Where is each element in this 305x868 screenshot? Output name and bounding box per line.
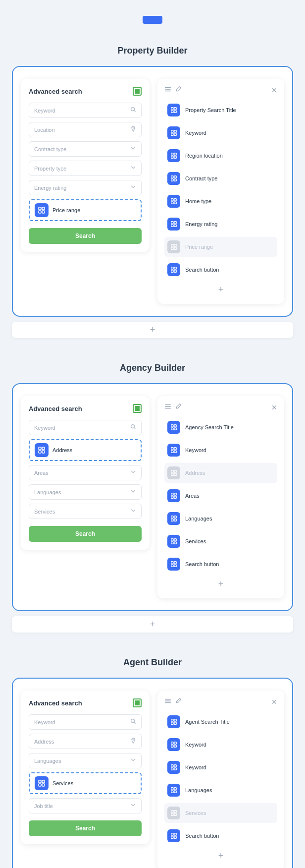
close-button[interactable]: ✕ (271, 86, 277, 94)
config-item[interactable]: Search button (164, 554, 277, 574)
config-item[interactable]: Property Search Title (164, 100, 277, 120)
config-item[interactable]: Home type (164, 191, 277, 211)
preview-status-icon (133, 404, 142, 413)
config-item-icon (167, 558, 180, 571)
svg-rect-94 (174, 742, 176, 744)
svg-rect-3 (39, 207, 41, 210)
config-item-label: Home type (185, 198, 211, 204)
drag-icon (35, 443, 49, 457)
svg-rect-83 (42, 780, 45, 783)
config-item[interactable]: Keyword (164, 757, 277, 777)
preview-status-icon (133, 698, 142, 707)
config-item[interactable]: Price range (164, 237, 277, 257)
add-section-button[interactable]: + (12, 322, 293, 338)
svg-rect-36 (171, 247, 173, 249)
add-item-button[interactable]: + (164, 283, 277, 297)
pencil-icon[interactable] (175, 697, 182, 706)
field-row: Services (29, 504, 142, 519)
svg-rect-84 (39, 784, 41, 786)
svg-rect-91 (171, 722, 173, 724)
svg-rect-85 (42, 784, 45, 786)
config-item[interactable]: Services (164, 803, 277, 823)
config-item[interactable]: Contract type (164, 169, 277, 188)
svg-rect-30 (171, 222, 173, 224)
hamburger-icon[interactable] (164, 403, 171, 411)
add-item-button[interactable]: + (164, 849, 277, 863)
chevron-field-icon (130, 757, 136, 764)
close-button[interactable]: ✕ (271, 698, 277, 706)
config-item-label: Keyword (185, 764, 206, 770)
config-item[interactable]: Agent Search Title (164, 712, 277, 732)
close-button[interactable]: ✕ (271, 404, 277, 411)
config-item[interactable]: Energy rating (164, 214, 277, 234)
config-item[interactable]: Languages (164, 509, 277, 528)
svg-rect-89 (171, 719, 173, 721)
config-card-property: ✕ Property Search Title Keyword (157, 79, 284, 304)
svg-rect-33 (174, 225, 176, 227)
svg-rect-45 (42, 447, 45, 450)
field-row: Address (29, 734, 142, 749)
config-item[interactable]: Region location (164, 146, 277, 166)
config-item[interactable]: Keyword (164, 440, 277, 460)
pin-field-icon (130, 738, 136, 745)
svg-rect-52 (174, 425, 176, 427)
preview-card-header: Advanced search (29, 404, 142, 413)
config-item[interactable]: Address (164, 463, 277, 483)
config-item-icon (167, 738, 180, 751)
config-item-icon (167, 715, 180, 728)
config-item[interactable]: Search button (164, 826, 277, 846)
config-item[interactable]: Search button (164, 260, 277, 280)
config-item-icon (167, 807, 180, 819)
svg-rect-111 (171, 836, 173, 838)
svg-rect-71 (171, 539, 173, 541)
add-item-button[interactable]: + (164, 577, 277, 591)
svg-rect-63 (171, 493, 173, 495)
field-row: Contract type (29, 141, 142, 157)
field-label: Property type (34, 166, 66, 172)
svg-rect-60 (174, 470, 176, 472)
toolbar-left (164, 697, 182, 706)
svg-rect-18 (171, 153, 173, 155)
hamburger-icon[interactable] (164, 697, 171, 706)
preview-card-header: Advanced search (29, 698, 142, 707)
drag-field-label: Services (52, 780, 73, 786)
config-item[interactable]: Keyword (164, 123, 277, 143)
field-row-dragging: Address (29, 439, 142, 461)
hamburger-icon[interactable] (164, 86, 171, 94)
config-item[interactable]: Services (164, 531, 277, 551)
svg-rect-19 (174, 153, 176, 155)
svg-rect-104 (174, 791, 176, 793)
preview-search-button[interactable]: Search (29, 526, 142, 542)
config-item-label: Agency Search Title (185, 424, 234, 430)
config-item[interactable]: Languages (164, 780, 277, 800)
chevron-field-icon (130, 508, 136, 515)
config-toolbar: ✕ (164, 86, 277, 94)
add-section-button[interactable]: + (12, 616, 293, 633)
toolbar-left (164, 86, 182, 94)
preview-search-button[interactable]: Search (29, 228, 142, 244)
svg-rect-76 (174, 562, 176, 564)
config-item[interactable]: Keyword (164, 735, 277, 754)
svg-rect-55 (171, 448, 173, 450)
field-label: Areas (34, 470, 49, 476)
chevron-field-icon (130, 145, 136, 153)
svg-rect-110 (174, 833, 176, 835)
pencil-icon[interactable] (175, 403, 182, 411)
preview-card-title: Advanced search (29, 88, 82, 95)
field-row: Keyword (29, 420, 142, 435)
config-item-icon (167, 466, 180, 479)
svg-rect-46 (39, 451, 41, 453)
builder-wrapper-agency: Advanced search Keyword Address (12, 383, 293, 611)
svg-rect-68 (174, 516, 176, 518)
config-item[interactable]: Agency Search Title (164, 417, 277, 437)
preview-search-button[interactable]: Search (29, 820, 142, 836)
builder-row-property: Advanced search Keyword Location Con (21, 79, 284, 304)
builder-wrapper-agent: Advanced search Keyword Address Lang (12, 678, 293, 868)
field-label: Energy rating (34, 185, 66, 191)
config-item[interactable]: Areas (164, 486, 277, 506)
svg-rect-4 (42, 207, 45, 210)
pencil-icon[interactable] (175, 86, 182, 94)
field-label: Keyword (34, 719, 55, 725)
svg-rect-41 (174, 270, 176, 272)
config-toolbar: ✕ (164, 697, 277, 706)
